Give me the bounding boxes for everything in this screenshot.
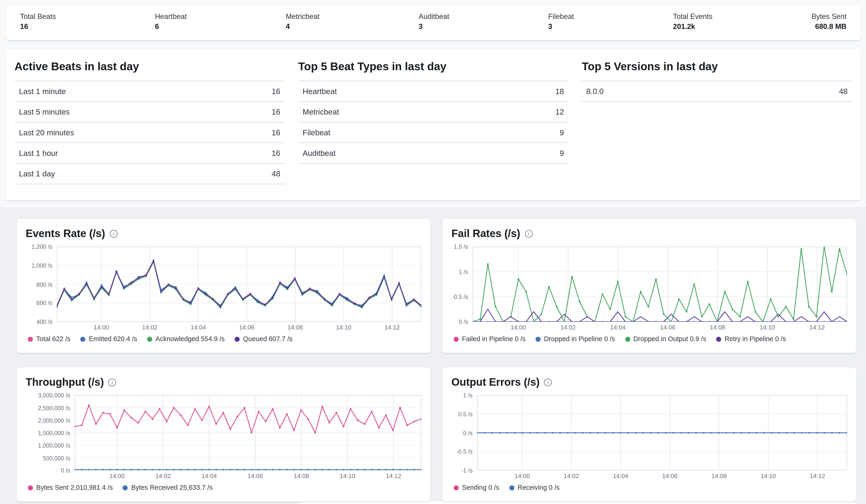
row-value: 16 bbox=[272, 128, 280, 137]
legend-item[interactable]: Bytes Sent 2,010,981.4 /s bbox=[28, 484, 113, 491]
stat-metricbeat: Metricbeat 4 bbox=[286, 12, 320, 33]
table-row: Last 5 minutes 16 bbox=[14, 102, 285, 123]
x-tick-label: 14:02 bbox=[560, 324, 576, 331]
legend-dot bbox=[625, 336, 630, 341]
row-value: 12 bbox=[555, 107, 564, 116]
legend-dot bbox=[509, 485, 514, 490]
next-row-panel-cutoff bbox=[298, 502, 856, 504]
info-icon[interactable]: i bbox=[525, 230, 532, 238]
info-icon[interactable]: i bbox=[108, 378, 116, 386]
stat-value: 201.2k bbox=[673, 22, 712, 31]
legend-label: Dropped in Pipeline 0 /s bbox=[544, 335, 615, 343]
legend-item[interactable]: Bytes Received 25,633.7 /s bbox=[123, 484, 213, 491]
stat-auditbeat: Auditbeat 3 bbox=[419, 12, 449, 33]
info-icon[interactable]: i bbox=[110, 230, 117, 238]
plot-area[interactable] bbox=[75, 395, 421, 470]
table-row: Auditbeat 9 bbox=[298, 143, 568, 163]
y-axis: 1.5 /s1 /s0.5 /s0 /s bbox=[451, 247, 473, 322]
x-tick-label: 14:06 bbox=[239, 324, 254, 331]
x-tick-label: 14:04 bbox=[202, 472, 217, 479]
row-value: 9 bbox=[560, 149, 564, 158]
table-row: Last 1 minute 16 bbox=[14, 81, 285, 102]
legend-item[interactable]: Acknowledged 554.9 /s bbox=[147, 335, 225, 343]
plot-area[interactable] bbox=[473, 247, 847, 322]
legend-item[interactable]: Dropped in Pipeline 0 /s bbox=[536, 335, 615, 343]
y-tick-label: 2,000,000 /s bbox=[38, 417, 70, 424]
stat-value: 6 bbox=[155, 22, 187, 31]
legend-dot bbox=[235, 336, 240, 341]
stat-total-events: Total Events 201.2k bbox=[673, 12, 712, 33]
legend-item[interactable]: Sending 0 /s bbox=[454, 484, 499, 491]
x-tick-label: 14:12 bbox=[810, 472, 825, 479]
legend-item[interactable]: Failed in Pipeline 0 /s bbox=[454, 335, 526, 343]
row-label: Last 5 minutes bbox=[19, 107, 70, 116]
summary-tables-panel: Active Beats in last day Last 1 minute 1… bbox=[5, 49, 861, 201]
legend-item[interactable]: Queued 607.7 /s bbox=[235, 335, 292, 343]
table-row: Filebeat 9 bbox=[298, 123, 568, 143]
legend-item[interactable]: Dropped in Output 0.9 /s bbox=[625, 335, 706, 343]
x-tick-label: 14:04 bbox=[191, 324, 206, 331]
stat-label: Heartbeat bbox=[155, 12, 187, 21]
legend-item[interactable]: Total 622 /s bbox=[28, 335, 70, 343]
fail-rates-card: Fail Rates (/s) i 1.5 /s1 /s0.5 /s0 /s 1… bbox=[443, 219, 856, 353]
row-value: 16 bbox=[272, 149, 280, 158]
x-tick-label: 14:10 bbox=[340, 472, 355, 479]
x-tick-label: 14:10 bbox=[760, 472, 776, 479]
y-tick-label: 0 /s bbox=[463, 429, 473, 436]
legend-label: Failed in Pipeline 0 /s bbox=[462, 335, 526, 343]
stat-value: 4 bbox=[286, 22, 320, 31]
legend-label: Dropped in Output 0.9 /s bbox=[633, 335, 706, 343]
legend-label: Receiving 0 /s bbox=[518, 484, 559, 491]
row-value: 16 bbox=[272, 87, 280, 96]
row-value: 9 bbox=[560, 128, 564, 137]
y-tick-label: -1 /s bbox=[461, 467, 473, 474]
stat-label: Total Events bbox=[673, 12, 712, 21]
table-title: Top 5 Beat Types in last day bbox=[298, 57, 568, 73]
y-tick-label: 1,000,000 /s bbox=[38, 442, 70, 449]
y-tick-label: 1 /s bbox=[458, 268, 468, 275]
x-axis: 14:0014:0214:0414:0614:0814:1014:12 bbox=[473, 322, 847, 332]
x-tick-label: 14:10 bbox=[760, 324, 775, 331]
table-title: Active Beats in last day bbox=[14, 57, 285, 73]
legend-dot bbox=[147, 336, 152, 341]
throughput-card: Throughput (/s) i 3,000,000 /s2,500,000 … bbox=[17, 367, 430, 502]
x-tick-label: 14:06 bbox=[248, 472, 263, 479]
x-tick-label: 14:00 bbox=[514, 472, 530, 479]
row-label: Auditbeat bbox=[302, 149, 335, 158]
plot-area[interactable] bbox=[57, 247, 421, 322]
legend-label: Retry in Pipeline 0 /s bbox=[725, 335, 786, 343]
x-tick-label: 14:06 bbox=[662, 472, 677, 479]
y-tick-label: 400 /s bbox=[36, 319, 52, 325]
x-tick-label: 14:12 bbox=[386, 472, 401, 479]
legend-item[interactable]: Retry in Pipeline 0 /s bbox=[716, 335, 786, 343]
legend-item[interactable]: Receiving 0 /s bbox=[509, 484, 560, 491]
x-tick-label: 14:00 bbox=[109, 472, 125, 479]
row-label: Last 1 day bbox=[19, 169, 55, 178]
x-tick-label: 14:12 bbox=[385, 324, 400, 331]
x-tick-label: 14:04 bbox=[610, 324, 625, 331]
table-row: 8.0.0 48 bbox=[582, 81, 852, 102]
row-value: 16 bbox=[272, 107, 280, 116]
info-icon[interactable]: i bbox=[544, 378, 552, 386]
y-tick-label: 0.5 /s bbox=[458, 411, 473, 417]
row-label: Heartbeat bbox=[302, 87, 337, 96]
legend-dot bbox=[536, 336, 541, 341]
table-row: Last 20 minutes 16 bbox=[14, 123, 285, 143]
row-value: 48 bbox=[272, 169, 280, 178]
x-tick-label: 14:02 bbox=[564, 472, 579, 479]
stat-total-beats: Total Beats 16 bbox=[20, 12, 56, 33]
legend-item[interactable]: Emitted 620.4 /s bbox=[80, 335, 137, 343]
row-label: Metricbeat bbox=[302, 107, 339, 116]
y-tick-label: 600 /s bbox=[36, 300, 52, 306]
x-tick-label: 14:08 bbox=[294, 472, 309, 479]
table-row: Metricbeat 12 bbox=[298, 102, 568, 123]
events-rate-card: Events Rate (/s) i 1,200 /s1,000 /s800 /… bbox=[17, 219, 430, 353]
x-tick-label: 14:10 bbox=[336, 324, 351, 331]
stat-label: Metricbeat bbox=[286, 12, 320, 21]
legend-dot bbox=[716, 336, 721, 341]
row-label: Last 1 hour bbox=[19, 149, 58, 158]
plot-area[interactable] bbox=[477, 395, 847, 470]
x-tick-label: 14:12 bbox=[809, 324, 825, 331]
chart-title: Output Errors (/s) bbox=[451, 376, 540, 389]
x-tick-label: 14:00 bbox=[511, 324, 526, 331]
